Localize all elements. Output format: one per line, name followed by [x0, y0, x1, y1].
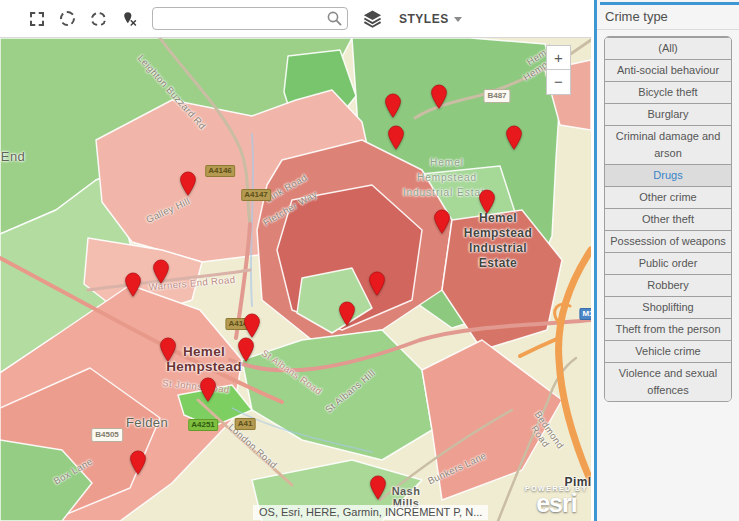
- crime-map-app: STYLES: [0, 0, 739, 521]
- pin-icon: [384, 93, 402, 118]
- zoom-control: + −: [546, 45, 571, 95]
- chevron-down-icon: [454, 17, 462, 22]
- pin-icon: [368, 271, 386, 296]
- pin-icon: [433, 209, 451, 234]
- pin-icon: [505, 125, 523, 150]
- crime-location-pin[interactable]: [129, 450, 147, 475]
- select-circle-tool[interactable]: [59, 10, 76, 27]
- pin-icon: [243, 313, 261, 338]
- crime-location-pin[interactable]: [505, 125, 523, 150]
- map-toolbar: STYLES: [0, 0, 591, 38]
- dashed-circle-icon: [60, 11, 75, 26]
- crime-type-button[interactable]: Other theft: [605, 208, 731, 230]
- pin-icon: [387, 125, 405, 150]
- zoom-in-button[interactable]: +: [546, 45, 571, 70]
- pin-icon: [179, 171, 197, 196]
- map-attribution: OS, Esri, HERE, Garmin, INCREMENT P, N..…: [253, 505, 488, 520]
- crime-type-button[interactable]: (All): [605, 37, 731, 59]
- crime-location-pin[interactable]: [433, 209, 451, 234]
- crime-location-pin[interactable]: [338, 301, 356, 326]
- crime-location-pin[interactable]: [369, 475, 387, 500]
- pin-icon: [478, 189, 496, 214]
- crime-type-button[interactable]: Vehicle crime: [605, 340, 731, 362]
- crime-location-pin[interactable]: [430, 84, 448, 109]
- crime-type-button[interactable]: Possession of weapons: [605, 230, 731, 252]
- pin-icon: [159, 337, 177, 362]
- search-input[interactable]: [152, 7, 348, 30]
- pin-icon: [338, 301, 356, 326]
- crime-type-button[interactable]: Criminal damage and arson: [605, 125, 731, 164]
- crime-location-pin[interactable]: [384, 93, 402, 118]
- crime-type-button[interactable]: Other crime: [605, 186, 731, 208]
- crime-type-panel: Crime type (All)Anti-social behaviourBic…: [597, 0, 739, 521]
- crime-location-pin[interactable]: [124, 272, 142, 297]
- select-rectangle-tool[interactable]: [28, 10, 45, 27]
- pin-icon: [430, 84, 448, 109]
- choropleth-basemap: [0, 38, 591, 521]
- pin-icon: [199, 377, 217, 402]
- crime-location-pin[interactable]: [199, 377, 217, 402]
- crime-type-button[interactable]: Bicycle theft: [605, 81, 731, 103]
- crime-location-pin[interactable]: [237, 337, 255, 362]
- crime-location-pin[interactable]: [159, 337, 177, 362]
- layers-icon: [362, 8, 383, 29]
- search-box: [152, 7, 348, 30]
- crime-type-button[interactable]: Violence and sexual offences: [605, 362, 731, 401]
- select-lasso-tool[interactable]: [90, 10, 107, 27]
- crime-location-pin[interactable]: [368, 271, 386, 296]
- crime-type-button[interactable]: Theft from the person: [605, 318, 731, 340]
- layers-button[interactable]: [362, 10, 383, 27]
- crime-location-pin[interactable]: [179, 171, 197, 196]
- clear-pins-tool[interactable]: [121, 10, 138, 27]
- crime-type-button[interactable]: Anti-social behaviour: [605, 59, 731, 81]
- crime-type-button[interactable]: Burglary: [605, 103, 731, 125]
- crime-type-button[interactable]: Public order: [605, 252, 731, 274]
- pin-icon: [129, 450, 147, 475]
- crime-location-pin[interactable]: [478, 189, 496, 214]
- panel-top-accent: [600, 2, 739, 5]
- crime-type-button[interactable]: Shoplifting: [605, 296, 731, 318]
- pin-icon: [369, 475, 387, 500]
- search-icon[interactable]: [326, 10, 343, 27]
- pin-remove-icon: [121, 9, 138, 29]
- styles-dropdown[interactable]: STYLES: [399, 12, 462, 26]
- pin-icon: [152, 259, 170, 284]
- crime-type-list: (All)Anti-social behaviourBicycle theftB…: [604, 36, 732, 402]
- pin-icon: [124, 272, 142, 297]
- dashed-rectangle-icon: [30, 12, 44, 26]
- crime-type-button[interactable]: Robbery: [605, 274, 731, 296]
- styles-label: STYLES: [399, 12, 449, 26]
- crime-location-pin[interactable]: [243, 313, 261, 338]
- pin-icon: [237, 337, 255, 362]
- dashed-lasso-icon: [90, 10, 108, 27]
- crime-location-pin[interactable]: [387, 125, 405, 150]
- crime-location-pin[interactable]: [152, 259, 170, 284]
- crime-type-button[interactable]: Drugs: [605, 164, 731, 186]
- map-canvas[interactable]: Leighton Buzzard RdHemel Hempstead RdEnd…: [0, 38, 591, 521]
- zoom-out-button[interactable]: −: [546, 70, 571, 95]
